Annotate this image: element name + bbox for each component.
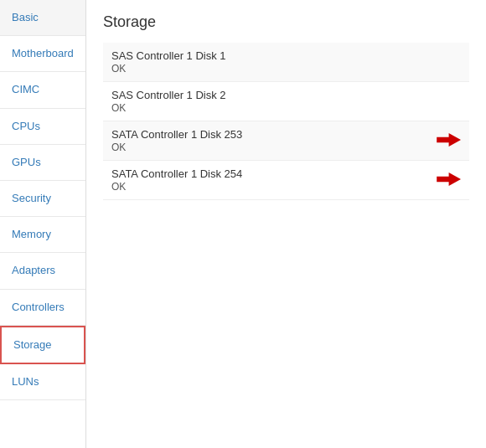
page-title: Storage (103, 13, 469, 31)
sidebar-item-gpus[interactable]: GPUs (0, 145, 85, 181)
row-text-2: SATA Controller 1 Disk 253OK (111, 128, 426, 153)
sidebar-item-label-controllers: Controllers (12, 301, 65, 313)
svg-marker-0 (437, 133, 461, 147)
sidebar: BasicMotherboardCIMCCPUsGPUsSecurityMemo… (0, 0, 86, 448)
sidebar-item-memory[interactable]: Memory (0, 217, 85, 253)
disk-name-0: SAS Controller 1 Disk 1 (111, 49, 461, 62)
disk-status-0: OK (111, 63, 461, 75)
sidebar-item-label-memory: Memory (12, 228, 51, 240)
main-content: Storage SAS Controller 1 Disk 1OKSAS Con… (86, 0, 486, 448)
row-text-1: SAS Controller 1 Disk 2OK (111, 89, 461, 114)
sidebar-item-label-storage: Storage (13, 338, 52, 351)
sidebar-item-cpus[interactable]: CPUs (0, 109, 85, 145)
sidebar-item-label-adapters: Adapters (12, 264, 55, 276)
sidebar-item-label-cpus: CPUs (12, 120, 40, 132)
arrow-icon (434, 131, 461, 151)
sidebar-item-basic[interactable]: Basic (0, 0, 85, 36)
sidebar-item-security[interactable]: Security (0, 181, 85, 217)
disk-name-3: SATA Controller 1 Disk 254 (111, 167, 426, 180)
table-row: SAS Controller 1 Disk 1OK (103, 43, 469, 82)
sidebar-item-label-cimc: CIMC (12, 83, 39, 95)
storage-list: SAS Controller 1 Disk 1OKSAS Controller … (103, 43, 469, 200)
sidebar-item-controllers[interactable]: Controllers (0, 290, 85, 326)
disk-status-2: OK (111, 142, 426, 153)
disk-name-1: SAS Controller 1 Disk 2 (111, 89, 461, 101)
row-text-0: SAS Controller 1 Disk 1OK (111, 49, 461, 75)
sidebar-item-label-security: Security (12, 192, 51, 204)
sidebar-item-adapters[interactable]: Adapters (0, 253, 85, 289)
disk-status-1: OK (111, 102, 461, 114)
row-text-3: SATA Controller 1 Disk 254OK (111, 167, 426, 193)
arrow-icon (434, 171, 461, 190)
sidebar-item-label-basic: Basic (12, 11, 39, 23)
table-row: SATA Controller 1 Disk 254OK (103, 161, 469, 200)
sidebar-item-luns[interactable]: LUNs (0, 364, 85, 400)
sidebar-item-cimc[interactable]: CIMC (0, 72, 85, 108)
disk-name-2: SATA Controller 1 Disk 253 (111, 128, 426, 141)
table-row: SATA Controller 1 Disk 253OK (103, 121, 469, 161)
table-row: SAS Controller 1 Disk 2OK (103, 82, 469, 121)
sidebar-item-storage[interactable]: Storage (0, 326, 85, 364)
sidebar-item-motherboard[interactable]: Motherboard (0, 36, 85, 72)
svg-marker-1 (437, 173, 461, 186)
disk-status-3: OK (111, 181, 426, 193)
sidebar-item-label-luns: LUNs (12, 375, 39, 388)
sidebar-item-label-gpus: GPUs (12, 156, 41, 168)
sidebar-item-label-motherboard: Motherboard (12, 47, 74, 59)
